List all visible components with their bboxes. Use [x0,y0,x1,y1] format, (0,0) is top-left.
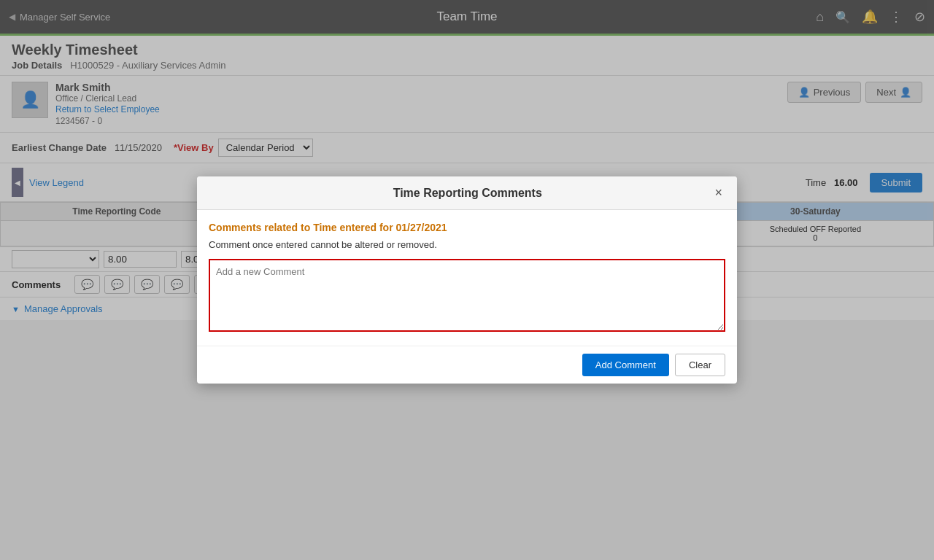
modal-footer: Add Comment Clear [197,346,737,384]
modal-body: Comments related to Time entered for 01/… [197,210,737,346]
modal-note: Comment once entered cannot be altered o… [209,239,725,250]
time-reporting-comments-modal: Time Reporting Comments × Comments relat… [197,176,737,384]
add-comment-button[interactable]: Add Comment [582,354,669,376]
modal-close-button[interactable]: × [711,185,725,201]
modal-title: Time Reporting Comments [223,187,711,200]
modal-comment-heading: Comments related to Time entered for 01/… [209,222,725,233]
modal-header: Time Reporting Comments × [197,176,737,210]
modal-overlay: Time Reporting Comments × Comments relat… [0,0,934,560]
clear-button[interactable]: Clear [675,354,725,376]
modal-comment-textarea[interactable] [209,259,725,332]
